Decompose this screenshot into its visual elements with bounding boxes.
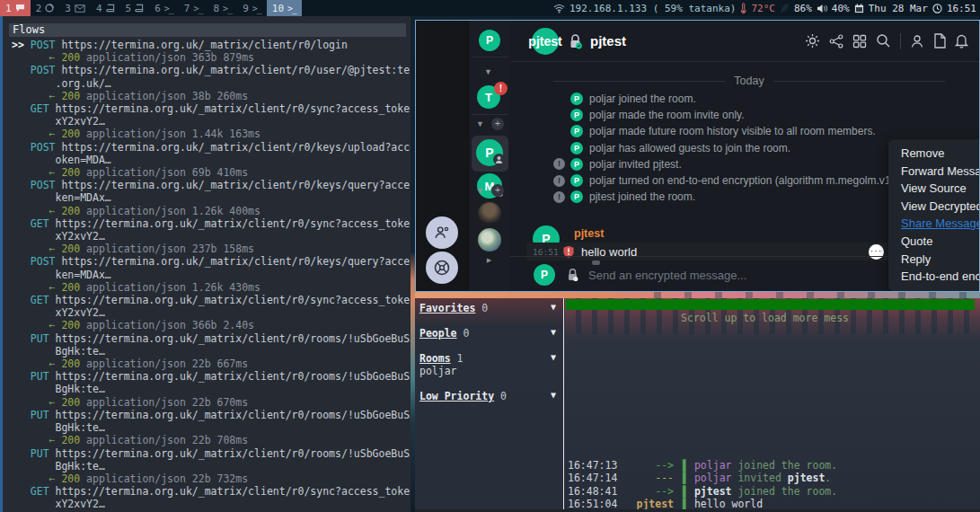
flow-line[interactable]: BgHk:te… [12, 345, 411, 358]
flow-line[interactable]: ← 200 application/json 22b 708ms [12, 434, 411, 446]
flow-line[interactable]: POST https://termina.org.uk/_matrix/clie… [12, 179, 411, 191]
flow-line[interactable]: ← 200 application/json 22b 732ms [12, 472, 411, 485]
chat-timestamp: 16:48:41 [568, 485, 627, 498]
workspace-tile[interactable]: 10>_ [267, 0, 302, 16]
members-icon[interactable] [910, 34, 924, 49]
flow-line[interactable]: .org.uk/… [12, 77, 411, 90]
flow-line[interactable]: POST https://termina.org.uk/_matrix/clie… [12, 255, 411, 268]
add-room-button[interactable]: + [491, 118, 504, 130]
read-marker-bar [566, 299, 975, 310]
menu-item-view-source[interactable]: View Source [888, 180, 980, 198]
flow-line[interactable]: GET https://termina.org.uk/_matrix/clien… [12, 102, 411, 115]
chat-line: 16:48:41-->▌pjtest joined the room. [568, 485, 980, 498]
flow-line[interactable]: PUT https://termina.org.uk/_matrix/clien… [12, 447, 411, 460]
share-icon[interactable] [829, 34, 843, 49]
warning-icon: ! [553, 158, 565, 170]
flow-line[interactable]: ← 200 application/json 1.44k 163ms [12, 128, 411, 140]
flow-line[interactable]: xY2xvY2… [12, 498, 411, 510]
settings-gear-icon[interactable] [805, 33, 820, 49]
flow-line[interactable]: POST https://termina.org.uk/_matrix/clie… [12, 141, 411, 154]
buffer-section-people[interactable]: People 0▼ [419, 327, 556, 340]
flow-line[interactable]: GET https://termina.org.uk/_matrix/clien… [12, 485, 411, 498]
member-badge-icon [493, 154, 505, 165]
flow-line[interactable]: >> POST https://termina.org.uk/_matrix/c… [12, 39, 411, 51]
workspace-tile[interactable]: 7>_ [179, 0, 208, 16]
flow-line[interactable]: POST https://termina.org.uk/_matrix/clie… [12, 64, 411, 76]
collapse-arrow-icon[interactable]: ▼ [551, 352, 556, 362]
chat-prefix: --> [627, 485, 674, 498]
menu-item-share-message[interactable]: Share Message [888, 215, 980, 233]
workspace-tile[interactable]: 9>_ [237, 0, 267, 16]
buffer-section-low-priority[interactable]: Low Priority 0▼ [419, 390, 556, 402]
collapse-arrow-icon[interactable]: ▼ [551, 390, 556, 400]
menu-item-remove[interactable]: Remove [888, 145, 980, 163]
flow-line[interactable]: xY2xvY2… [12, 230, 411, 243]
flow-line[interactable]: GET https://termina.org.uk/_matrix/clien… [12, 217, 411, 230]
flow-line[interactable]: ← 200 application/json 1.26k 430ms [12, 281, 411, 294]
workspace-tile[interactable]: 8>_ [207, 0, 237, 16]
flow-line[interactable]: ken=MDAx… [12, 191, 411, 204]
chevron-down-icon[interactable]: ▼ [476, 186, 484, 195]
flow-line[interactable]: ← 200 application/json 69b 410ms [12, 166, 411, 179]
buffer-item[interactable]: poljar [419, 365, 457, 377]
message-sender[interactable]: pjtest [574, 227, 604, 240]
start-chat-button[interactable] [426, 216, 458, 249]
menu-item-reply[interactable]: Reply [888, 251, 980, 269]
workspace-tile[interactable]: 2 [31, 0, 60, 16]
flow-line[interactable]: oken=MDA… [12, 154, 411, 166]
workspace-tile[interactable]: 3 [59, 0, 91, 16]
workspace-tile[interactable]: 4 [91, 0, 120, 16]
collapse-arrow-icon[interactable]: ▼ [551, 327, 556, 337]
user-avatar[interactable]: P [479, 30, 500, 51]
globe-room-avatar[interactable] [478, 228, 501, 252]
apps-grid-icon[interactable] [852, 34, 867, 49]
buffer-section-rooms[interactable]: Rooms 1▼ [419, 352, 556, 365]
buffer-section-favorites[interactable]: Favorites 0▼ [419, 302, 556, 314]
message-context-menu: RemoveForward MessageView SourceView Dec… [888, 139, 980, 291]
element-client-window[interactable]: P ▼ T ! ▼ + P M ▼ + ▼ pjtest pjtest [415, 20, 980, 292]
chevron-down-icon[interactable]: ▼ [476, 119, 484, 128]
flow-line[interactable]: ken=MDAx… [12, 269, 411, 281]
flow-line[interactable]: ← 200 application/json 38b 260ms [12, 90, 411, 102]
add-room-button[interactable]: + [491, 184, 504, 197]
element-left-rail [416, 21, 468, 291]
search-icon[interactable] [876, 33, 891, 49]
flow-line[interactable]: ← 200 application/json 1.26k 400ms [12, 205, 411, 217]
event-text: poljar made the room invite only. [589, 109, 745, 121]
workspace-tile[interactable]: 5 [120, 0, 150, 16]
event-text: poljar made future room history visible … [589, 125, 876, 137]
notifications-bell-icon[interactable] [955, 33, 968, 49]
flow-line[interactable]: BgHk:te… [12, 383, 411, 395]
flow-line[interactable]: PUT https://termina.org.uk/_matrix/clien… [12, 332, 411, 345]
menu-item-quote[interactable]: Quote [888, 233, 980, 251]
flow-line[interactable]: ← 200 application/json 22b 670ms [12, 396, 411, 409]
flow-line[interactable]: PUT https://termina.org.uk/_matrix/clien… [12, 409, 411, 421]
chevron-down-icon[interactable]: ▼ [484, 67, 492, 76]
weechat-window[interactable]: Favorites 0▼People 0▼Rooms 1▼poljarLow P… [415, 298, 980, 512]
buffer-count: 1 [451, 352, 464, 365]
flow-line[interactable]: ← 200 application/json 363b 879ms [12, 51, 411, 64]
menu-item-view-decrypted-s[interactable]: View Decrypted S [888, 198, 980, 216]
chat-line: 16:47:13-->▌poljar joined the room. [568, 459, 980, 472]
files-icon[interactable] [933, 33, 946, 49]
flow-line[interactable]: BgHk:te… [12, 421, 411, 434]
chevron-right-icon[interactable]: ▼ [484, 257, 493, 265]
tower-room-avatar[interactable] [478, 202, 501, 225]
flow-line[interactable]: ← 200 application/json 366b 2.40s [12, 319, 411, 331]
flow-line[interactable]: ← 200 application/json 237b 158ms [12, 243, 411, 255]
flow-line[interactable]: xY2xvY2… [12, 115, 411, 128]
explore-rooms-button[interactable] [426, 252, 458, 284]
flow-line[interactable]: ← 200 application/json 22b 667ms [12, 358, 411, 370]
room-header: pjtest pjtest [510, 21, 980, 62]
collapse-arrow-icon[interactable]: ▼ [551, 302, 556, 312]
menu-item-forward-message[interactable]: Forward Message [888, 163, 980, 181]
workspace-tile[interactable]: 6>_ [149, 0, 179, 16]
workspace-tile[interactable]: 1 [0, 0, 31, 16]
mitmproxy-terminal-window[interactable]: Flows >> POST https://termina.org.uk/_ma… [0, 16, 411, 512]
flow-line[interactable]: BgHk:te… [12, 460, 411, 472]
menu-item-end-to-end-encry[interactable]: End-to-end encry [888, 268, 980, 286]
flow-line[interactable]: GET https://termina.org.uk/_matrix/clien… [12, 294, 411, 306]
composer-input[interactable]: Send an encrypted message... [588, 269, 924, 282]
flow-line[interactable]: xY2xvY2… [12, 306, 411, 319]
flow-line[interactable]: PUT https://termina.org.uk/_matrix/clien… [12, 370, 411, 383]
